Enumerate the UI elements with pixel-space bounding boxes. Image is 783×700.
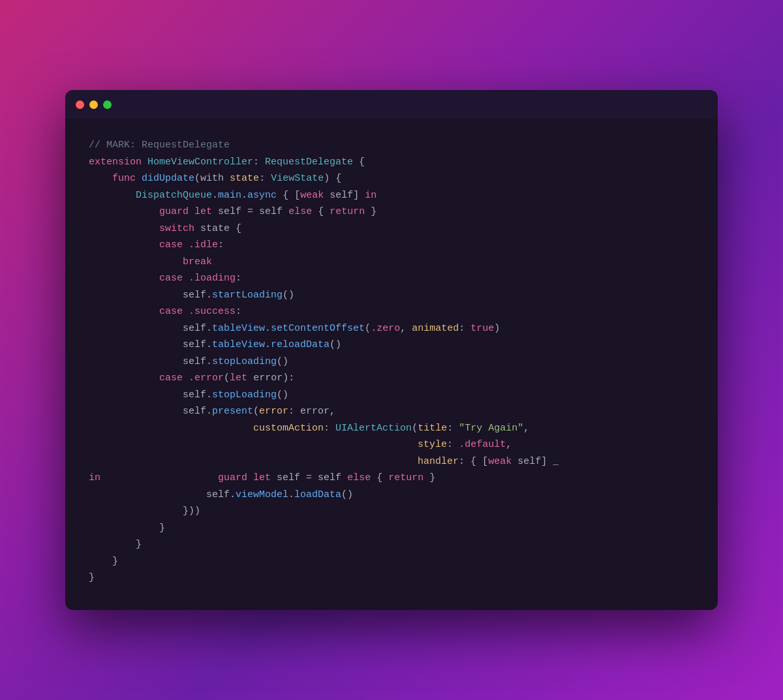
titlebar [65,90,718,119]
code-line: extension HomeViewController: RequestDel… [89,154,694,171]
code-line: DispatchQueue.main.async { [weak self] i… [89,187,694,204]
code-line: customAction: UIAlertAction(title: "Try … [89,420,694,437]
code-line: case .success: [89,303,694,320]
code-line: case .error(let error): [89,370,694,387]
code-window: // MARK: RequestDelegate extension HomeV… [65,90,718,610]
code-line: } [89,520,694,537]
code-line: self.startLoading() [89,287,694,304]
code-line: in guard let self = self else { return } [89,470,694,487]
maximize-button[interactable] [103,100,112,109]
code-line: break [89,254,694,271]
code-line: } [89,570,694,586]
code-line: } [89,553,694,570]
code-line: case .idle: [89,237,694,254]
code-line: })) [89,503,694,520]
code-line: // MARK: RequestDelegate [89,137,694,154]
code-line: self.stopLoading() [89,387,694,404]
code-line: self.present(error: error, [89,403,694,420]
code-line: func didUpdate(with state: ViewState) { [89,170,694,187]
close-button[interactable] [76,100,84,109]
code-line: handler: { [weak self] _ [89,453,694,470]
code-line: self.tableView.setContentOffset(.zero, a… [89,320,694,337]
code-line: self.stopLoading() [89,354,694,371]
code-line: } [89,536,694,553]
code-line: guard let self = self else { return } [89,204,694,221]
code-line: style: .default, [89,436,694,453]
code-line: switch state { [89,221,694,237]
code-line: self.viewModel.loadData() [89,487,694,504]
code-line: self.tableView.reloadData() [89,337,694,354]
code-line: case .loading: [89,270,694,287]
minimize-button[interactable] [89,100,98,109]
code-editor: // MARK: RequestDelegate extension HomeV… [65,119,718,610]
